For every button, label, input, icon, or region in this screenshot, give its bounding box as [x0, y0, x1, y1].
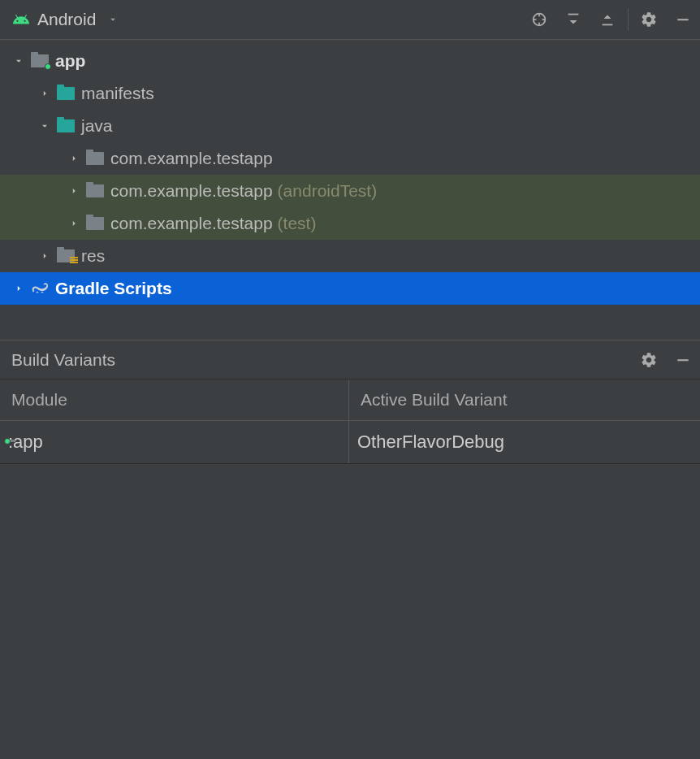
tree-node-gradle-scripts[interactable]: Gradle Scripts: [0, 272, 700, 305]
svg-rect-6: [603, 24, 613, 26]
expand-arrow-icon[interactable]: [13, 55, 28, 67]
expand-all-button[interactable]: [556, 0, 590, 40]
tree-node-manifests[interactable]: manifests: [0, 77, 700, 110]
svg-rect-7: [677, 19, 688, 20]
svg-rect-9: [70, 259, 78, 261]
expand-arrow-icon[interactable]: [39, 88, 54, 99]
res-folder-icon: [56, 246, 76, 266]
tree-label: app: [55, 51, 85, 71]
gradle-icon: [30, 279, 50, 298]
tree-node-package-androidtest[interactable]: com.example.testapp (androidTest): [0, 175, 700, 207]
variants-empty-area: [0, 464, 700, 759]
variants-table-header: Module Active Build Variant: [0, 380, 700, 421]
build-variants-header: Build Variants: [0, 340, 700, 380]
tree-label: Gradle Scripts: [55, 279, 172, 298]
folder-icon: [56, 116, 76, 136]
project-tree[interactable]: app manifests java com.example.testapp c…: [0, 40, 700, 340]
module-name: :app: [8, 432, 43, 453]
column-header-module: Module: [0, 380, 349, 420]
tree-label: com.example.testapp: [110, 181, 273, 201]
tree-node-java[interactable]: java: [0, 110, 700, 142]
project-view-title[interactable]: Android: [37, 10, 96, 29]
tree-label: com.example.testapp: [110, 214, 273, 233]
cell-module: :app: [0, 421, 349, 463]
svg-rect-5: [568, 14, 579, 15]
svg-rect-10: [70, 262, 78, 263]
tree-label-suffix: (androidTest): [278, 181, 378, 201]
folder-icon: [56, 84, 76, 103]
variants-table-row[interactable]: :app OtherFlavorDebug: [0, 421, 700, 464]
expand-arrow-icon[interactable]: [68, 153, 83, 164]
tree-node-app[interactable]: app: [0, 45, 700, 77]
expand-arrow-icon[interactable]: [13, 283, 28, 294]
svg-rect-11: [677, 359, 688, 361]
toolbar-divider: [628, 8, 629, 31]
tree-label: java: [81, 116, 113, 136]
variant-value: OtherFlavorDebug: [357, 432, 504, 453]
dropdown-arrow-icon[interactable]: [107, 14, 119, 25]
tree-label: manifests: [81, 84, 154, 103]
tree-label: res: [81, 246, 105, 266]
panel-title: Build Variants: [11, 350, 115, 370]
hide-button[interactable]: [666, 0, 700, 40]
project-view-header: Android: [0, 0, 700, 40]
select-opened-file-button[interactable]: [522, 0, 556, 40]
android-icon: [12, 11, 30, 28]
collapse-all-button[interactable]: [590, 0, 624, 40]
module-folder-icon: [30, 51, 50, 71]
tree-node-package-test[interactable]: com.example.testapp (test): [0, 207, 700, 240]
svg-rect-8: [70, 257, 78, 258]
expand-arrow-icon[interactable]: [68, 218, 83, 229]
tree-label-suffix: (test): [278, 214, 317, 233]
tree-label: com.example.testapp: [110, 149, 273, 168]
hide-button[interactable]: [666, 340, 700, 380]
settings-button[interactable]: [632, 0, 666, 40]
package-folder-icon: [85, 181, 105, 201]
package-folder-icon: [85, 214, 105, 233]
cell-variant[interactable]: OtherFlavorDebug: [349, 421, 700, 463]
settings-button[interactable]: [632, 340, 666, 380]
expand-arrow-icon[interactable]: [68, 185, 83, 197]
tree-node-package-main[interactable]: com.example.testapp: [0, 142, 700, 175]
column-header-variant: Active Build Variant: [349, 380, 700, 420]
tree-node-res[interactable]: res: [0, 240, 700, 272]
expand-arrow-icon[interactable]: [39, 120, 54, 132]
expand-arrow-icon[interactable]: [39, 250, 54, 262]
package-folder-icon: [85, 149, 105, 168]
